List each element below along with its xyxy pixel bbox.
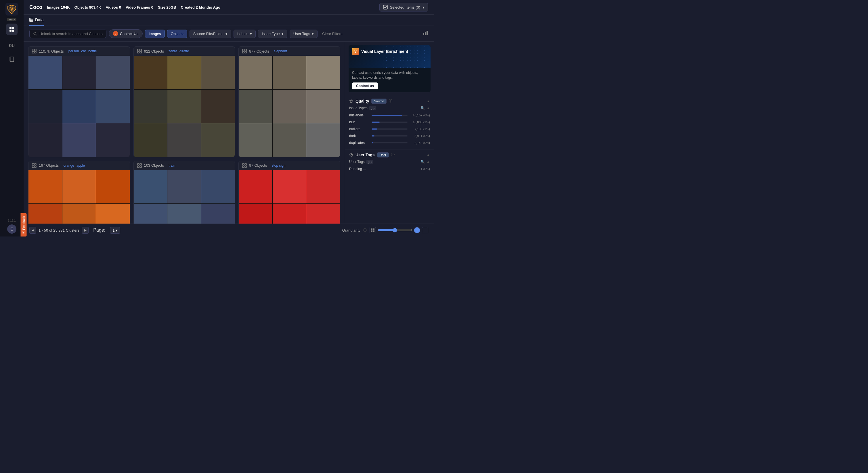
issue-bar <box>372 142 373 143</box>
vle-header: V Visual Layer Enrichment <box>352 48 408 55</box>
search-input-wrap[interactable]: Unlock to search Images and Clusters <box>29 30 106 38</box>
cluster-tag[interactable]: giraffe <box>180 49 189 53</box>
chart-icon[interactable] <box>423 30 428 37</box>
cluster-image-grid <box>134 56 235 157</box>
cluster-tag[interactable]: person <box>68 49 79 53</box>
user-tags-search-icon[interactable]: 🔍 <box>421 160 425 164</box>
svg-point-7 <box>12 45 14 47</box>
issue-row[interactable]: duplicates 2,140 (0%) <box>349 139 430 146</box>
labels-filter-label: Labels <box>237 32 248 36</box>
issue-name: dark <box>349 134 369 138</box>
user-tags-sub-collapse-icon[interactable]: ▲ <box>427 160 430 164</box>
cluster-image-cell <box>96 123 130 157</box>
page-select[interactable]: 1 ▾ <box>110 227 120 234</box>
created-label: Created <box>181 5 195 9</box>
cluster-image-cell <box>62 170 96 204</box>
granularity-grid-icon[interactable] <box>370 227 376 233</box>
cluster-count: 167 Objects <box>39 163 59 168</box>
granularity-info-icon[interactable]: ⓘ <box>363 228 367 233</box>
quality-title: Quality <box>355 99 369 103</box>
source-filter-button[interactable]: Source File/Folder ▾ <box>189 30 231 38</box>
frames-value: 0 <box>151 5 153 9</box>
granularity-slider[interactable] <box>378 228 412 233</box>
svg-rect-24 <box>243 52 244 53</box>
cluster-card[interactable]: 103 Objects train <box>133 161 235 224</box>
issue-row[interactable]: blur 10,883 (1%) <box>349 119 430 126</box>
main-area: Coco Images 164K Objects 803.4K Videos 0… <box>24 0 434 236</box>
issue-search-icon[interactable]: 🔍 <box>421 106 425 110</box>
issue-collapse-icon[interactable]: ▲ <box>427 106 430 110</box>
issue-types-label: Issue Types <box>349 106 368 110</box>
binoculars-icon[interactable] <box>6 40 18 51</box>
user-tags-tab[interactable]: User <box>377 152 389 158</box>
svg-rect-32 <box>137 166 139 168</box>
issue-type-filter-button[interactable]: Issue Type ▾ <box>258 30 287 38</box>
images-stat: Images 164K <box>47 5 70 9</box>
issue-types-header: Issue Types (6) 🔍 ▲ <box>349 106 430 110</box>
user-tags-count-label: User Tags <box>349 160 365 164</box>
cluster-card[interactable]: 877 Objects elephant <box>239 46 340 157</box>
cluster-card[interactable]: 922 Objects zebragiraffe <box>133 46 235 157</box>
clear-filters-button[interactable]: Clear Filters <box>320 30 345 38</box>
svg-rect-33 <box>140 166 142 168</box>
issue-bar <box>372 122 380 123</box>
user-avatar[interactable]: E <box>7 225 17 234</box>
issue-row[interactable]: dark 3,911 (0%) <box>349 133 430 139</box>
quality-tab-source[interactable]: Source <box>371 99 386 104</box>
granularity-circle-option[interactable] <box>414 227 420 233</box>
feedback-tab[interactable]: ✉ Feedback <box>21 213 27 236</box>
objects-filter-button[interactable]: Objects <box>167 30 187 38</box>
book-icon[interactable] <box>6 54 18 65</box>
user-tags-collapse-icon[interactable]: ▲ <box>427 153 430 157</box>
cluster-card[interactable]: 97 Objects stop sign <box>239 161 340 224</box>
next-page-button[interactable]: ▶ <box>82 227 89 234</box>
cluster-tag[interactable]: apple <box>76 164 85 168</box>
selected-items-button[interactable]: Selected Items (0) ▾ <box>379 3 429 11</box>
images-filter-button[interactable]: Images <box>145 30 165 38</box>
granularity-square-option[interactable] <box>422 227 428 233</box>
issue-bar-wrap <box>372 129 407 130</box>
cluster-tag[interactable]: train <box>168 164 175 168</box>
vle-logo: V <box>352 48 359 55</box>
sidebar-bottom: 2.12.1 E <box>7 219 17 234</box>
labels-filter-button[interactable]: Labels ▾ <box>234 30 256 38</box>
vle-contact-button[interactable]: Contact us <box>352 82 378 89</box>
cluster-image-cell <box>167 56 201 89</box>
quality-collapse-icon[interactable]: ▲ <box>427 99 430 103</box>
cluster-tag[interactable]: zebra <box>168 49 177 53</box>
prev-page-button[interactable]: ◀ <box>29 227 36 234</box>
user-tags-filter-button[interactable]: User Tags ▾ <box>290 30 317 38</box>
svg-rect-37 <box>245 166 246 168</box>
contact-us-button[interactable]: C Contact Us <box>109 29 143 38</box>
cluster-tag[interactable]: orange <box>63 164 74 168</box>
topbar-right: Selected Items (0) ▾ <box>379 3 429 11</box>
tab-bar: Data <box>24 15 434 26</box>
svg-text:V: V <box>10 7 13 11</box>
cluster-tag[interactable]: car <box>81 49 86 53</box>
svg-rect-39 <box>371 229 372 230</box>
cluster-image-cell <box>239 204 272 224</box>
images-filter-label: Images <box>149 32 161 36</box>
cluster-tag[interactable]: stop sign <box>272 164 285 168</box>
beta-badge: BETA <box>7 18 17 21</box>
dashboard-icon[interactable] <box>6 24 18 35</box>
issue-row[interactable]: outliers 7,130 (1%) <box>349 126 430 133</box>
svg-rect-13 <box>427 31 428 35</box>
cluster-image-cell <box>201 90 235 123</box>
tab-data[interactable]: Data <box>29 15 44 26</box>
cluster-card[interactable]: 167 Objects orangeapple <box>28 161 130 224</box>
issue-row[interactable]: mislabels 48,157 (6%) <box>349 112 430 119</box>
user-tags-info-icon[interactable]: ⓘ <box>391 152 395 157</box>
quality-info-icon[interactable]: ⓘ <box>389 99 392 103</box>
cluster-card[interactable]: 110.7k Objects personcarbottle <box>28 46 130 157</box>
svg-rect-16 <box>32 52 34 53</box>
svg-rect-20 <box>137 52 139 53</box>
user-tags-title: User Tags <box>355 153 375 157</box>
cluster-tag[interactable]: elephant <box>274 49 287 53</box>
cluster-tag[interactable]: bottle <box>88 49 97 53</box>
svg-rect-12 <box>425 32 426 35</box>
source-filter-label: Source File/Folder <box>193 32 224 36</box>
app-logo[interactable]: V <box>5 3 18 15</box>
clusters-grid: 110.7k Objects personcarbottle 922 Objec… <box>28 46 340 224</box>
user-tag-row[interactable]: Running ... 1 (0%) <box>349 166 430 172</box>
